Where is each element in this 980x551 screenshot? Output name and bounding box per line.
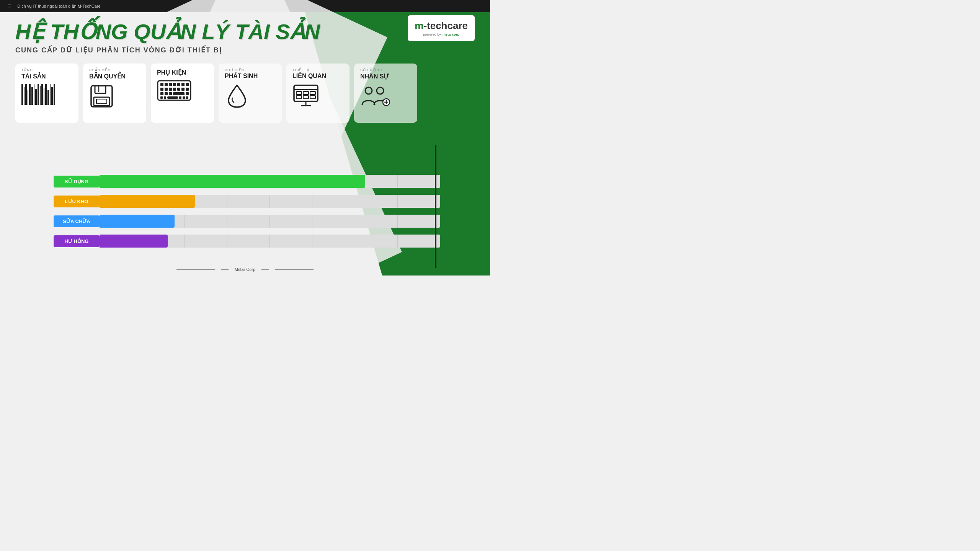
- logo-prefix: m: [415, 20, 423, 31]
- card-tai-san: TỔNG TÀI SẢN: [15, 64, 78, 123]
- svg-rect-35: [310, 91, 315, 95]
- drop-icon: [225, 83, 250, 108]
- bar-fill-sua-chua: [100, 215, 175, 228]
- logo-text: m-techcare: [415, 20, 468, 32]
- cards-row: TỔNG TÀI SẢN: [15, 64, 475, 123]
- card-lien-quan: THIẾT BỊ LIÊN QUAN: [286, 64, 350, 123]
- svg-rect-37: [303, 96, 309, 99]
- footer-line-right: [275, 269, 314, 270]
- footer-dash-right: [261, 269, 269, 270]
- svg-rect-17: [177, 88, 180, 91]
- svg-rect-1: [95, 86, 106, 93]
- bar-label-su-dung: SỬ DỤNG: [54, 176, 100, 187]
- card-nhan-su: SỐ LƯỢNG NHÂN SỰ: [354, 64, 417, 123]
- logo-suffix: -techcare: [423, 20, 468, 31]
- card-category-1: PHẦN MỀM: [89, 68, 111, 72]
- vertical-line: [435, 145, 436, 268]
- bar-row-sua-chua: SỬA CHỮA: [54, 215, 440, 228]
- bar-row-su-dung: SỬ DỤNG: [54, 175, 440, 188]
- svg-rect-14: [165, 88, 168, 91]
- svg-rect-11: [181, 83, 185, 86]
- bar-row-luu-kho: LƯU KHO: [54, 195, 440, 208]
- bar-track-sua-chua: [100, 215, 440, 228]
- bar-row-hu-hong: HƯ HỎNG: [54, 235, 440, 248]
- svg-rect-24: [186, 92, 189, 95]
- svg-rect-12: [186, 83, 189, 86]
- footer-text: Mstar Corp: [235, 267, 255, 272]
- svg-rect-26: [164, 96, 166, 99]
- bar-fill-su-dung: [100, 175, 365, 188]
- svg-point-42: [377, 87, 384, 94]
- card-phu-kien: PHỤ KIỆN: [151, 64, 214, 123]
- bar-track-hu-hong: [100, 235, 440, 248]
- card-title-2: PHỤ KIỆN: [157, 69, 186, 76]
- bar-chart: SỬ DỤNG LƯU KHO SỬA CHỮA HƯ HỎNG: [54, 175, 440, 254]
- logo-powered: powered by mstarcorp: [423, 32, 459, 36]
- card-title-5: NHÂN SỰ: [360, 73, 389, 80]
- svg-rect-22: [169, 92, 172, 95]
- svg-rect-10: [177, 83, 180, 86]
- svg-rect-20: [160, 92, 163, 95]
- svg-rect-13: [160, 88, 163, 91]
- card-category-4: THIẾT BỊ: [292, 68, 310, 72]
- bar-track-luu-kho: [100, 195, 440, 208]
- card-title-3: PHÁT SINH: [225, 73, 258, 80]
- people-icon: [360, 84, 391, 109]
- barcode-icon: [21, 84, 55, 105]
- svg-rect-7: [165, 83, 168, 86]
- main-title: HỆ THỐNG QUẢN LÝ TÀI SẢN: [15, 20, 475, 44]
- svg-rect-21: [165, 92, 168, 95]
- svg-rect-9: [173, 83, 176, 86]
- card-title-4: LIÊN QUAN: [292, 73, 326, 80]
- svg-rect-25: [160, 96, 163, 99]
- svg-rect-8: [169, 83, 172, 86]
- bar-fill-luu-kho: [100, 195, 195, 208]
- bar-track-su-dung: [100, 175, 440, 188]
- svg-rect-34: [303, 91, 309, 95]
- keyboard-icon: [157, 80, 191, 101]
- floppy-icon: [89, 84, 114, 109]
- svg-rect-30: [186, 96, 188, 99]
- svg-rect-23: [173, 92, 185, 95]
- svg-rect-27: [167, 96, 178, 99]
- card-title-1: BẢN QUYỀN: [89, 73, 126, 80]
- svg-rect-33: [296, 91, 302, 95]
- svg-rect-15: [169, 88, 172, 91]
- card-title-0: TÀI SẢN: [21, 73, 46, 80]
- svg-rect-36: [296, 96, 302, 99]
- card-category-3: PHỤ KIỆN: [225, 68, 244, 72]
- bar-label-sua-chua: SỬA CHỮA: [54, 215, 100, 227]
- svg-rect-3: [96, 99, 107, 104]
- card-phat-sinh: PHỤ KIỆN PHÁT SINH: [219, 64, 282, 123]
- sub-title: CUNG CẤP DỮ LIỆU PHÂN TÍCH VÒNG ĐỜI THIẾ…: [15, 46, 475, 54]
- logo-brand: mstarcorp: [443, 33, 459, 36]
- svg-rect-19: [186, 88, 189, 91]
- svg-rect-38: [310, 96, 315, 99]
- footer: Mstar Corp: [0, 267, 490, 272]
- footer-dash-left: [221, 269, 229, 270]
- card-category-5: SỐ LƯỢNG: [360, 68, 382, 72]
- logo-powered-text: powered by: [423, 33, 441, 36]
- svg-rect-6: [160, 83, 163, 86]
- svg-rect-29: [183, 96, 185, 99]
- svg-point-41: [365, 87, 372, 94]
- card-category-0: TỔNG: [21, 68, 33, 72]
- bar-label-hu-hong: HƯ HỎNG: [54, 235, 100, 247]
- bar-fill-hu-hong: [100, 235, 168, 248]
- card-ban-quyen: PHẦN MỀM BẢN QUYỀN: [83, 64, 146, 123]
- footer-line-left: [176, 269, 215, 270]
- monitor-icon: [292, 83, 319, 108]
- bar-label-luu-kho: LƯU KHO: [54, 196, 100, 207]
- logo-box: m-techcare powered by mstarcorp: [408, 15, 475, 41]
- svg-rect-18: [181, 88, 185, 91]
- main-content: HỆ THỐNG QUẢN LÝ TÀI SẢN CUNG CẤP DỮ LIỆ…: [0, 12, 490, 276]
- svg-rect-16: [173, 88, 176, 91]
- svg-rect-28: [179, 96, 181, 99]
